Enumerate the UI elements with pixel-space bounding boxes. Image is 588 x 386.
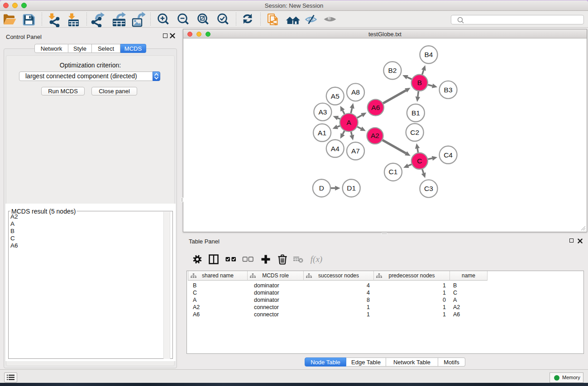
svg-text:C2: C2 (410, 129, 419, 136)
svg-text:C1: C1 (389, 168, 398, 176)
svg-text:C4: C4 (444, 151, 453, 159)
svg-text:C3: C3 (424, 185, 433, 192)
svg-text:A6: A6 (371, 104, 380, 111)
svg-text:A2: A2 (371, 132, 379, 139)
svg-text:B2: B2 (388, 67, 397, 74)
svg-text:A8: A8 (351, 88, 360, 96)
svg-text:A4: A4 (331, 145, 339, 152)
svg-text:D1: D1 (347, 184, 356, 192)
svg-text:A7: A7 (351, 147, 360, 155)
svg-text:A5: A5 (331, 92, 339, 100)
svg-text:A1: A1 (318, 129, 326, 137)
svg-text:A: A (347, 119, 352, 126)
svg-text:C: C (417, 157, 422, 165)
svg-text:B4: B4 (425, 51, 433, 58)
svg-text:f(x): f(x) (311, 254, 322, 264)
svg-text:B1: B1 (411, 109, 420, 117)
svg-text:A3: A3 (318, 108, 327, 116)
svg-text:B3: B3 (444, 86, 453, 94)
svg-text:D: D (319, 184, 324, 192)
svg-text:B: B (417, 79, 422, 86)
